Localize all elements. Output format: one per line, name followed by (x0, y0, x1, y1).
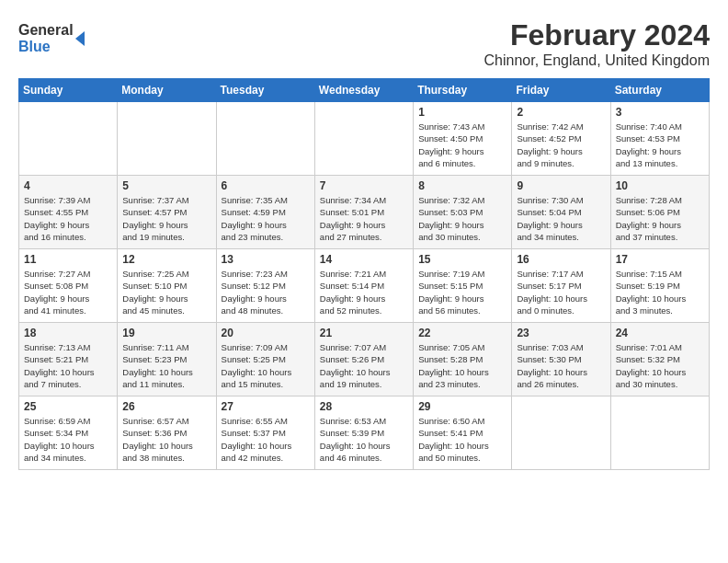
week-row-3: 11Sunrise: 7:27 AM Sunset: 5:08 PM Dayli… (19, 249, 710, 323)
calendar-cell: 20Sunrise: 7:09 AM Sunset: 5:25 PM Dayli… (216, 323, 314, 396)
day-number: 23 (517, 327, 605, 339)
calendar-cell: 6Sunrise: 7:35 AM Sunset: 4:59 PM Daylig… (216, 176, 314, 249)
day-info: Sunrise: 7:32 AM Sunset: 5:03 PM Dayligh… (418, 194, 506, 243)
day-info: Sunrise: 7:21 AM Sunset: 5:14 PM Dayligh… (320, 268, 408, 316)
calendar-cell: 26Sunrise: 6:57 AM Sunset: 5:36 PM Dayli… (118, 396, 216, 470)
day-info: Sunrise: 7:03 AM Sunset: 5:30 PM Dayligh… (517, 341, 605, 390)
calendar-cell: 13Sunrise: 7:23 AM Sunset: 5:12 PM Dayli… (216, 249, 314, 323)
calendar-cell (314, 102, 413, 176)
day-info: Sunrise: 7:19 AM Sunset: 5:15 PM Dayligh… (418, 268, 506, 316)
calendar-cell: 27Sunrise: 6:55 AM Sunset: 5:37 PM Dayli… (216, 396, 314, 470)
day-number: 13 (222, 253, 310, 266)
header-cell-tuesday: Tuesday (216, 79, 314, 102)
day-info: Sunrise: 6:55 AM Sunset: 5:37 PM Dayligh… (222, 415, 310, 464)
calendar-cell (118, 102, 216, 176)
calendar-cell: 5Sunrise: 7:37 AM Sunset: 4:57 PM Daylig… (118, 176, 216, 249)
calendar-cell: 22Sunrise: 7:05 AM Sunset: 5:28 PM Dayli… (414, 323, 512, 396)
calendar-cell: 17Sunrise: 7:15 AM Sunset: 5:19 PM Dayli… (610, 249, 709, 323)
day-info: Sunrise: 7:23 AM Sunset: 5:12 PM Dayligh… (222, 268, 310, 316)
calendar-cell (512, 396, 610, 470)
day-info: Sunrise: 7:28 AM Sunset: 5:06 PM Dayligh… (616, 194, 704, 243)
svg-text:Blue: Blue (18, 39, 51, 54)
week-row-1: 1Sunrise: 7:43 AM Sunset: 4:50 PM Daylig… (19, 102, 710, 176)
day-number: 19 (122, 327, 210, 339)
calendar-cell: 15Sunrise: 7:19 AM Sunset: 5:15 PM Dayli… (414, 249, 512, 323)
day-info: Sunrise: 6:57 AM Sunset: 5:36 PM Dayligh… (122, 415, 210, 464)
calendar-cell: 14Sunrise: 7:21 AM Sunset: 5:14 PM Dayli… (314, 249, 413, 323)
day-number: 11 (24, 253, 112, 266)
day-number: 14 (320, 253, 408, 266)
day-number: 27 (222, 400, 310, 413)
calendar-cell: 3Sunrise: 7:40 AM Sunset: 4:53 PM Daylig… (610, 102, 709, 176)
header-cell-friday: Friday (512, 79, 610, 102)
calendar-cell: 11Sunrise: 7:27 AM Sunset: 5:08 PM Dayli… (19, 249, 118, 323)
header-cell-wednesday: Wednesday (314, 79, 413, 102)
day-number: 4 (24, 179, 112, 192)
day-info: Sunrise: 6:53 AM Sunset: 5:39 PM Dayligh… (320, 415, 408, 464)
svg-marker-2 (75, 31, 85, 46)
calendar-cell: 7Sunrise: 7:34 AM Sunset: 5:01 PM Daylig… (314, 176, 413, 249)
header-cell-monday: Monday (118, 79, 216, 102)
calendar-table: SundayMondayTuesdayWednesdayThursdayFrid… (18, 78, 710, 470)
day-info: Sunrise: 7:17 AM Sunset: 5:17 PM Dayligh… (517, 268, 605, 316)
day-number: 8 (418, 179, 506, 192)
calendar-cell: 4Sunrise: 7:39 AM Sunset: 4:55 PM Daylig… (19, 176, 118, 249)
week-row-4: 18Sunrise: 7:13 AM Sunset: 5:21 PM Dayli… (19, 323, 710, 396)
header-cell-saturday: Saturday (610, 79, 709, 102)
week-row-5: 25Sunrise: 6:59 AM Sunset: 5:34 PM Dayli… (19, 396, 710, 470)
day-number: 6 (222, 179, 310, 192)
day-number: 7 (320, 179, 408, 192)
week-row-2: 4Sunrise: 7:39 AM Sunset: 4:55 PM Daylig… (19, 176, 710, 249)
calendar-cell: 29Sunrise: 6:50 AM Sunset: 5:41 PM Dayli… (414, 396, 512, 470)
day-info: Sunrise: 7:09 AM Sunset: 5:25 PM Dayligh… (222, 341, 310, 390)
calendar-cell: 1Sunrise: 7:43 AM Sunset: 4:50 PM Daylig… (414, 102, 512, 176)
day-info: Sunrise: 6:59 AM Sunset: 5:34 PM Dayligh… (24, 415, 112, 464)
day-number: 24 (616, 327, 704, 339)
page-title: February 2024 (484, 18, 711, 52)
day-number: 22 (418, 327, 506, 339)
day-info: Sunrise: 7:07 AM Sunset: 5:26 PM Dayligh… (320, 341, 408, 390)
day-info: Sunrise: 7:40 AM Sunset: 4:53 PM Dayligh… (616, 121, 704, 169)
calendar-cell: 21Sunrise: 7:07 AM Sunset: 5:26 PM Dayli… (314, 323, 413, 396)
day-number: 25 (24, 400, 112, 413)
day-info: Sunrise: 7:39 AM Sunset: 4:55 PM Dayligh… (24, 194, 112, 243)
day-number: 10 (616, 179, 704, 192)
day-number: 3 (616, 106, 704, 119)
calendar-cell: 19Sunrise: 7:11 AM Sunset: 5:23 PM Dayli… (118, 323, 216, 396)
day-number: 20 (222, 327, 310, 339)
day-info: Sunrise: 7:30 AM Sunset: 5:04 PM Dayligh… (517, 194, 605, 243)
day-info: Sunrise: 7:11 AM Sunset: 5:23 PM Dayligh… (122, 341, 210, 390)
day-info: Sunrise: 7:42 AM Sunset: 4:52 PM Dayligh… (517, 121, 605, 169)
day-info: Sunrise: 7:01 AM Sunset: 5:32 PM Dayligh… (616, 341, 704, 390)
day-number: 2 (517, 106, 605, 119)
calendar-cell (610, 396, 709, 470)
day-info: Sunrise: 7:34 AM Sunset: 5:01 PM Dayligh… (320, 194, 408, 243)
day-info: Sunrise: 6:50 AM Sunset: 5:41 PM Dayligh… (418, 415, 506, 464)
logo-icon: GeneralBlue (18, 18, 92, 60)
calendar-cell: 16Sunrise: 7:17 AM Sunset: 5:17 PM Dayli… (512, 249, 610, 323)
calendar-cell: 28Sunrise: 6:53 AM Sunset: 5:39 PM Dayli… (314, 396, 413, 470)
calendar-cell: 12Sunrise: 7:25 AM Sunset: 5:10 PM Dayli… (118, 249, 216, 323)
day-info: Sunrise: 7:27 AM Sunset: 5:08 PM Dayligh… (24, 268, 112, 316)
day-info: Sunrise: 7:35 AM Sunset: 4:59 PM Dayligh… (222, 194, 310, 243)
calendar-cell (216, 102, 314, 176)
calendar-cell: 10Sunrise: 7:28 AM Sunset: 5:06 PM Dayli… (610, 176, 709, 249)
day-info: Sunrise: 7:37 AM Sunset: 4:57 PM Dayligh… (122, 194, 210, 243)
day-number: 1 (418, 106, 506, 119)
day-info: Sunrise: 7:43 AM Sunset: 4:50 PM Dayligh… (418, 121, 506, 169)
day-number: 29 (418, 400, 506, 413)
header-cell-sunday: Sunday (19, 79, 118, 102)
page-header: GeneralBlue February 2024 Chinnor, Engla… (18, 18, 710, 69)
day-info: Sunrise: 7:13 AM Sunset: 5:21 PM Dayligh… (24, 341, 112, 390)
day-number: 21 (320, 327, 408, 339)
day-number: 26 (122, 400, 210, 413)
day-info: Sunrise: 7:15 AM Sunset: 5:19 PM Dayligh… (616, 268, 704, 316)
calendar-cell: 2Sunrise: 7:42 AM Sunset: 4:52 PM Daylig… (512, 102, 610, 176)
calendar-cell: 18Sunrise: 7:13 AM Sunset: 5:21 PM Dayli… (19, 323, 118, 396)
calendar-cell: 25Sunrise: 6:59 AM Sunset: 5:34 PM Dayli… (19, 396, 118, 470)
day-number: 28 (320, 400, 408, 413)
page-subtitle: Chinnor, England, United Kingdom (484, 52, 711, 69)
logo: GeneralBlue (18, 18, 92, 60)
day-info: Sunrise: 7:05 AM Sunset: 5:28 PM Dayligh… (418, 341, 506, 390)
header-row: SundayMondayTuesdayWednesdayThursdayFrid… (19, 79, 710, 102)
